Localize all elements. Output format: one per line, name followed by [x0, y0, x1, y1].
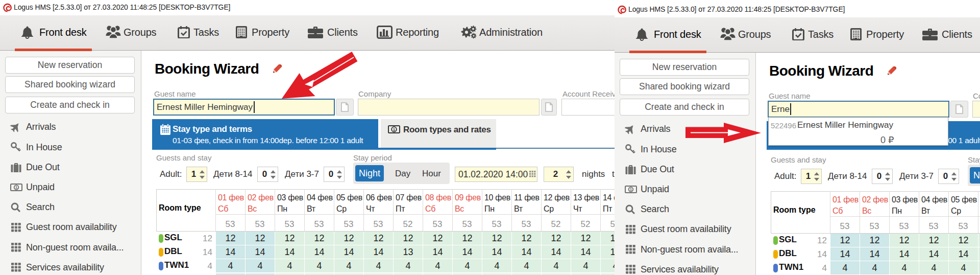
- svg-text:1: 1: [393, 127, 396, 132]
- svg-text:1: 1: [630, 187, 632, 192]
- svg-text:1: 1: [15, 185, 18, 190]
